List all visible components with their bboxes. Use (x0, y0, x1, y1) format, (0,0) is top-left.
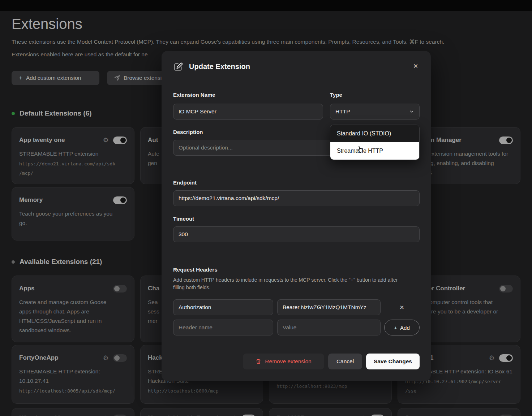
endpoint-label: Endpoint (173, 179, 197, 186)
header-value-input-1[interactable] (277, 299, 381, 315)
request-headers-label: Request Headers (173, 266, 218, 273)
remove-extension-button[interactable]: Remove extension (243, 354, 324, 369)
plus-icon: + (394, 325, 397, 331)
close-icon[interactable]: ✕ (410, 60, 421, 72)
type-select-value: HTTP (335, 108, 350, 115)
add-header-label: Add (400, 325, 410, 331)
remove-header-row-icon[interactable]: ✕ (394, 299, 410, 315)
cancel-button[interactable]: Cancel (328, 354, 362, 369)
divider (173, 167, 419, 167)
type-dropdown-menu: Standard IO (STDIO) Streamable HTTP (330, 125, 420, 160)
header-name-input-1[interactable] (173, 299, 273, 315)
extension-name-input[interactable] (173, 104, 323, 120)
divider (173, 254, 419, 254)
type-label: Type (330, 92, 342, 98)
type-select[interactable]: HTTP (330, 104, 420, 120)
remove-extension-label: Remove extension (265, 358, 311, 365)
timeout-input[interactable] (173, 226, 420, 242)
dropdown-option-standard-io[interactable]: Standard IO (STDIO) (330, 125, 419, 142)
app-window: Extensions These extensions use the Mode… (0, 0, 532, 416)
header-value-input-2[interactable] (277, 320, 381, 335)
timeout-label: Timeout (173, 216, 194, 222)
chevron-down-icon (409, 109, 414, 114)
dropdown-option-streamable-http[interactable]: Streamable HTTP (330, 142, 419, 160)
cancel-label: Cancel (336, 358, 354, 365)
description-label: Description (173, 129, 203, 135)
save-changes-button[interactable]: Save Changes (366, 354, 420, 369)
add-header-button[interactable]: + Add (384, 320, 420, 335)
edit-pencil-icon (173, 62, 183, 73)
dialog-title: Update Extension (189, 62, 250, 71)
header-name-input-2[interactable] (173, 320, 273, 335)
request-headers-help-text: Add custom HTTP headers to include in re… (173, 276, 416, 291)
endpoint-input[interactable] (173, 190, 420, 206)
extension-name-label: Extension Name (173, 92, 215, 98)
update-extension-dialog: Update Extension ✕ Extension Name Type H… (162, 51, 431, 381)
trash-icon (256, 359, 261, 364)
save-changes-label: Save Changes (374, 358, 412, 365)
